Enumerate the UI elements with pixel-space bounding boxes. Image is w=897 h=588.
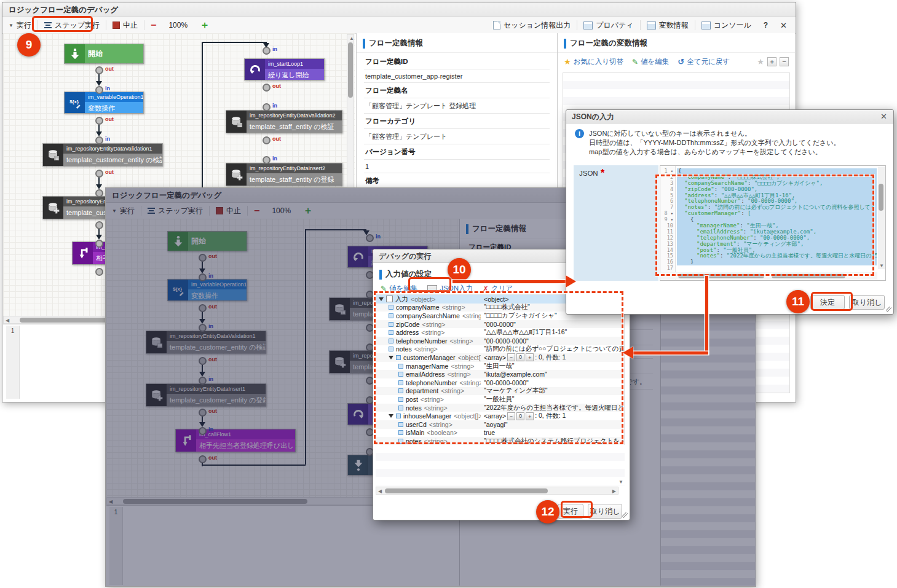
field-value: 1 — [364, 160, 550, 173]
annotation-box-json-input — [408, 277, 451, 292]
close-icon[interactable]: ✕ — [880, 112, 887, 121]
section-bar — [363, 39, 365, 49]
info-line: map型の値を入力する場合は、あらかじめマップキーを設定してください。 — [589, 147, 840, 157]
info-icon: i — [575, 129, 584, 138]
json-field-label: JSON * — [574, 165, 658, 281]
expand-all-button[interactable]: ＋ — [767, 57, 776, 66]
resize-handle[interactable] — [622, 512, 628, 518]
annotation-box-run — [561, 501, 593, 518]
stop-icon — [113, 22, 120, 29]
panel-title: フロー定義情報 — [369, 38, 423, 49]
annotation-arrow-to-json-dialog — [452, 280, 567, 283]
annotation-arrowhead-left — [623, 347, 633, 359]
field-label: バージョン番号 — [364, 144, 550, 160]
field-value: template_customer_app-register — [364, 69, 550, 83]
annotation-box-ok — [811, 292, 853, 311]
field-value: 「顧客管理」テンプレート — [364, 129, 550, 144]
collapse-all-button[interactable]: − — [780, 57, 789, 66]
pencil-icon: ✎ — [632, 58, 638, 66]
annotation-badge-11: 11 — [786, 290, 810, 313]
table-hscrollbar[interactable]: ◀▶ — [376, 487, 618, 495]
cancel-button[interactable]: 取り消し — [588, 504, 622, 519]
session-output-button[interactable]: セッション情報出力 — [487, 17, 577, 33]
field-label: フローカテゴリ — [364, 114, 550, 129]
abort-button[interactable]: 中止 — [106, 17, 144, 33]
info-text: JSONに対応していない型のキーは表示されません。日時型の値は、「YYYY-MM… — [589, 129, 840, 157]
console-gutter: 1 — [6, 326, 20, 399]
screen: ロジックフロー定義のデバッグ ▼実行 ステップ実行 中止 − 100% ＋ セッ… — [0, 0, 897, 588]
json-punct: { — [678, 168, 681, 174]
window-title: ロジックフロー定義のデバッグ — [2, 2, 796, 17]
annotation-badge-12: 12 — [536, 500, 559, 523]
zoom-out-button[interactable]: − — [144, 17, 162, 33]
console-button[interactable]: コンソール — [695, 17, 757, 33]
section-bar — [379, 270, 382, 280]
field-label: フロー定義名 — [364, 83, 550, 98]
flow-info-fields: フロー定義IDtemplate_customer_app-registerフロー… — [357, 53, 557, 204]
variable-info-button[interactable]: 変数情報 — [641, 17, 695, 33]
panel-icon — [647, 22, 656, 29]
minus-icon: − — [151, 22, 156, 29]
undo-icon: ↺ — [678, 57, 684, 66]
zoom-in-button[interactable]: ＋ — [194, 17, 216, 33]
panel-icon — [701, 22, 711, 29]
section-bar — [564, 39, 566, 49]
toolbar: ▼実行 ステップ実行 中止 − 100% ＋ セッション情報出力 プロパティ 変… — [2, 17, 796, 34]
document-icon — [493, 21, 500, 29]
dialog-title: JSONの入力 — [566, 110, 893, 123]
editor-vscrollbar[interactable]: ▼ — [878, 167, 885, 269]
zoom-level: 100% — [162, 17, 194, 33]
annotation-dashed-table — [374, 291, 623, 444]
close-button[interactable]: ✕ — [774, 17, 796, 33]
annotation-box-step-run — [32, 16, 93, 32]
dropdown-caret-icon: ▼ — [9, 23, 14, 28]
field-label: フロー定義ID — [364, 54, 550, 69]
panel-title: フロー定義の変数情報 — [570, 38, 647, 49]
cancel-button[interactable]: 取り消し — [849, 295, 885, 310]
annotation-badge-9: 9 — [17, 33, 41, 57]
field-label: 備考 — [364, 173, 550, 189]
favorite-toggle-link[interactable]: ★お気に入り切替 — [564, 57, 623, 66]
annotation-arrowhead-right — [566, 275, 576, 288]
annotation-arrow-down — [705, 276, 708, 354]
panel-icon — [583, 22, 593, 29]
required-mark: * — [601, 168, 604, 179]
annotation-badge-10: 10 — [448, 258, 471, 281]
help-button[interactable]: ? — [757, 17, 774, 33]
resize-handle[interactable] — [886, 307, 891, 312]
plus-icon: ＋ — [200, 22, 210, 29]
info-line: JSONに対応していない型のキーは表示されません。 — [589, 129, 840, 138]
annotation-dashed-json — [655, 174, 874, 276]
star-off-icon[interactable]: ★ — [757, 57, 764, 66]
info-line: 日時型の値は、「YYYY-MM-DDThh:mm:ssZ」形式の文字列で入力して… — [589, 138, 840, 147]
star-icon: ★ — [564, 57, 571, 66]
revert-all-link[interactable]: ↺全て元に戻す — [678, 57, 730, 66]
annotation-arrow-left-line — [633, 351, 708, 355]
table-empty-rows — [376, 445, 625, 485]
properties-button[interactable]: プロパティ — [577, 17, 639, 33]
field-value: 「顧客管理」テンプレート 登録処理 — [364, 98, 550, 114]
edit-value-link[interactable]: ✎値を編集 — [632, 57, 669, 66]
